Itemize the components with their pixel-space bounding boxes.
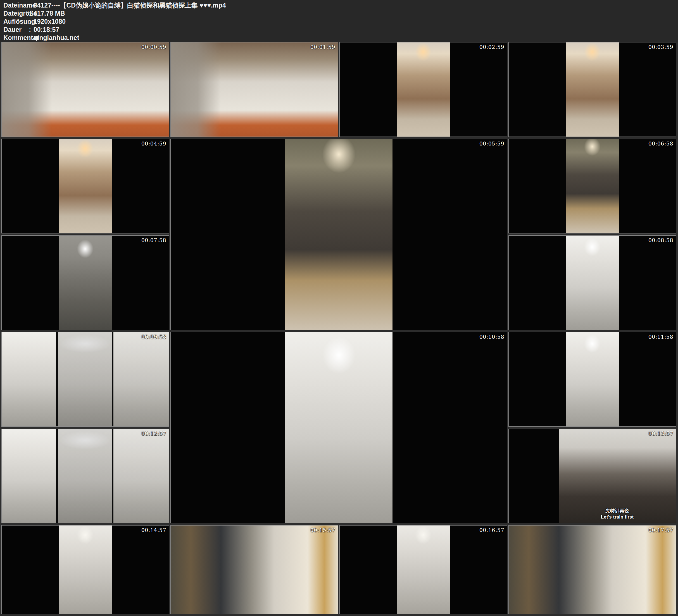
timestamp-label: 00:14:57 [141,527,166,533]
thumbnail-frame-placeholder [285,139,392,330]
video-contact-sheet: { "header": { "rows": [ { "label": "Date… [0,0,678,616]
timestamp-label: 00:00:59 [141,44,166,50]
video-thumbnail: 00:05:59 [171,139,507,330]
thumbnail-frame-placeholder: 先特训再说Let's train first [559,429,676,523]
video-thumbnail: 00:17:57 [509,526,676,614]
timestamp-label: 00:02:59 [479,44,504,50]
video-thumbnail: 00:11:58 [509,332,676,426]
thumbnail-frame-placeholder [509,526,676,614]
subtitle-caption: 先特训再说Let's train first [559,508,676,520]
thumbnail-frame-placeholder [59,526,112,614]
subtitle-caption-cn: 先特训再说 [559,508,676,514]
timestamp-label: 00:08:58 [648,237,673,243]
video-thumbnail: 00:16:57 [340,526,507,614]
thumbnail-frame-placeholder [566,42,619,137]
thumbnail-frame-placeholder [2,332,169,426]
timestamp-label: 00:07:58 [141,237,166,243]
video-thumbnail: 00:10:58 [171,332,507,523]
video-thumbnail: 00:04:59 [2,139,169,233]
timestamp-label: 00:10:58 [479,334,504,340]
thumbnail-grid: 00:00:59 00:01:59 00:02:59 00:03:59 00:0… [0,0,678,614]
video-thumbnail: 00:15:57 [171,526,338,614]
thumbnail-frame-placeholder [566,139,619,233]
thumbnail-frame-placeholder [566,332,619,426]
timestamp-label: 00:15:57 [310,527,335,533]
timestamp-label: 00:01:59 [310,44,335,50]
thumbnail-frame-placeholder [171,42,338,137]
thumbnail-frame-placeholder [285,332,392,523]
video-thumbnail: 00:02:59 [340,42,507,137]
timestamp-label: 00:12:57 [141,430,166,436]
subtitle-caption-en: Let's train first [559,514,676,520]
timestamp-label: 00:04:59 [141,141,166,147]
video-thumbnail: 00:03:59 [509,42,676,137]
timestamp-label: 00:05:59 [479,141,504,147]
thumbnail-frame-placeholder [59,139,112,233]
video-thumbnail: 00:12:57 [2,429,169,523]
video-thumbnail: 先特训再说Let's train first 00:13:57 [509,429,676,523]
thumbnail-frame-placeholder [397,42,450,137]
timestamp-label: 00:11:58 [648,334,673,340]
timestamp-label: 00:16:57 [479,527,504,533]
video-thumbnail: 00:08:58 [509,236,676,330]
timestamp-label: 00:06:58 [648,141,673,147]
timestamp-label: 00:17:57 [648,527,673,533]
video-thumbnail: 00:07:58 [2,236,169,330]
thumbnail-frame-placeholder [2,42,169,137]
video-thumbnail: 00:06:58 [509,139,676,233]
video-thumbnail: 00:00:59 [2,42,169,137]
thumbnail-frame-placeholder [59,236,112,330]
thumbnail-frame-placeholder [171,526,338,614]
timestamp-label: 00:03:59 [648,44,673,50]
thumbnail-frame-placeholder [397,526,450,614]
thumbnail-frame-placeholder [566,236,619,330]
video-thumbnail: 00:09:58 [2,332,169,426]
timestamp-label: 00:09:58 [141,334,166,340]
thumbnail-frame-placeholder [2,429,169,523]
video-thumbnail: 00:14:57 [2,526,169,614]
timestamp-label: 00:13:57 [648,430,673,436]
video-thumbnail: 00:01:59 [171,42,338,137]
